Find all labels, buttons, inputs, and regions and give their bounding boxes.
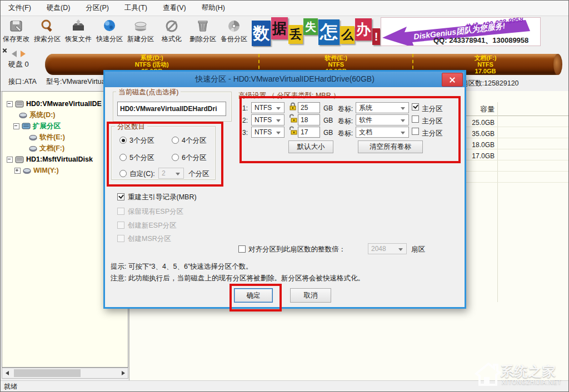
dialog-close-button[interactable] [442,73,463,87]
align-sectors-label[interactable]: 对齐分区到此扇区数的整数倍： [248,245,346,254]
rebuild-mbr-label[interactable]: 重建主引导记录(MBR) [128,193,197,202]
menu-view[interactable]: 查看(V) [155,1,194,16]
scrollbar-thumb[interactable] [14,369,81,377]
partition-icon [19,112,27,118]
volume-caption: 卷标: [338,104,353,114]
collapse-icon[interactable] [7,101,13,107]
scroll-left-arrow-icon[interactable] [2,368,12,378]
next-disk-arrow-icon[interactable] [21,51,26,57]
create-esp-label: 创建新ESP分区 [128,221,177,230]
size-field-1[interactable]: 25 [298,102,320,113]
primary-partition-checkbox-1[interactable] [412,103,419,110]
primary-partition-checkbox-3[interactable] [412,128,419,135]
delete-partition-button[interactable]: 删除分区 [187,16,218,46]
toolbar: 保存更改 搜索分区 恢复文件 快速分区 新建分区 格式化 删除分区 备份分区 [1,16,568,48]
toolbar-label: 备份分区 [221,34,247,44]
radio-6-label[interactable]: 6个分区 [182,153,206,163]
custom-count-select[interactable]: 2 [158,168,184,179]
cancel-button[interactable]: 取消 [290,288,331,303]
watermark-title: 系统之家 [501,363,556,380]
lock-open-icon[interactable] [289,114,298,125]
toolbar-label: 删除分区 [189,34,216,44]
primary-partition-label[interactable]: 主分区 [422,104,443,114]
default-size-button[interactable]: 默认大小 [288,140,333,153]
radio-custom-partitions[interactable] [119,170,127,177]
radio-6-partitions[interactable] [172,154,179,161]
rebuild-mbr-checkbox[interactable] [117,193,124,200]
harddisk-icon [15,100,24,108]
status-text: 就绪 [4,382,17,391]
size-unit: GB [323,104,333,112]
menu-disk[interactable]: 硬盘(D) [39,1,78,16]
primary-partition-label[interactable]: 主分区 [422,129,443,138]
prev-disk-arrow-icon[interactable] [12,51,17,57]
size-field-3[interactable]: 17 [298,127,320,138]
dialog-body: 当前磁盘(点击选择) HD0:VMwareVirtualIDEHardDri 分… [105,87,465,305]
search-partition-button[interactable]: 搜索分区 [32,16,63,46]
volume-caption: 卷标: [338,129,353,138]
banner-qq: QQ: 243378941、130089958 [433,36,528,46]
quick-partition-button[interactable]: 快速分区 [94,16,125,46]
create-msr-label: 创建MSR分区 [128,234,171,244]
fs-type-select-3[interactable]: NTFS [251,127,284,138]
column-divider [497,102,498,302]
ad-tile: 办 [355,18,372,41]
panel-close-icon[interactable] [2,48,7,53]
recover-files-button[interactable]: 恢复文件 [63,16,94,46]
ad-data-loss-tiles: 数 据 丢 失 怎 么 办 ! [252,16,381,47]
primary-partition-checkbox-2[interactable] [412,115,419,123]
tree-horizontal-scrollbar[interactable] [2,368,128,379]
radio-custom-label[interactable]: 自定(C): [129,169,155,179]
ad-tile: 怎 [318,19,340,45]
format-button[interactable]: 格式化 [156,16,187,46]
expand-icon[interactable] [14,168,21,174]
toolbar-label: 恢复文件 [65,34,92,44]
volume-caption: 卷标: [338,117,353,126]
ok-button[interactable]: 确定 [234,288,273,303]
quick-partition-dialog: 快速分区 - HD0:VMwareVirtualIDEHardDrive(60G… [103,70,466,309]
row-index: 2: [242,117,248,124]
toolbar-label: 新建分区 [127,34,154,44]
fs-type-select-1[interactable]: NTFS [251,102,284,113]
menu-file[interactable]: 文件(F) [1,1,39,16]
clear-volume-labels-button[interactable]: 清空所有卷标 [358,140,423,153]
radio-5-label[interactable]: 5个分区 [129,153,154,163]
new-partition-button[interactable]: 新建分区 [125,16,156,46]
ad-tile: 么 [340,26,355,44]
menu-help[interactable]: 帮助(H) [194,1,233,16]
radio-4-label[interactable]: 4个分区 [182,136,206,145]
recover-files-icon [71,19,86,34]
collapse-icon[interactable] [13,123,19,129]
align-sectors-select[interactable]: 2048 [368,243,407,254]
volume-label-select-3[interactable]: 文档 [356,127,409,138]
menu-partition[interactable]: 分区(P) [78,1,117,16]
save-changes-button[interactable]: 保存更改 [1,16,32,46]
fs-type-select-2[interactable]: NTFS [251,114,284,125]
volume-label-select-1[interactable]: 系统 [356,102,409,113]
sectors-count-label: 扇区数:125829120 [461,79,519,88]
lock-closed-icon[interactable] [289,102,297,113]
radio-5-partitions[interactable] [119,154,127,161]
menu-tools[interactable]: 工具(T) [117,1,155,16]
align-sectors-checkbox[interactable] [238,245,246,253]
collapse-icon[interactable] [7,157,13,163]
size-field-2[interactable]: 18 [298,114,320,125]
scroll-right-arrow-icon[interactable] [118,368,128,378]
primary-partition-label[interactable]: 主分区 [422,117,443,126]
radio-3-label[interactable]: 3个分区 [129,136,154,145]
radio-3-partitions[interactable] [119,137,127,144]
keep-esp-label: 保留现有ESP分区 [128,207,183,217]
radio-4-partitions[interactable] [172,137,179,144]
volume-label-select-2[interactable]: 软件 [356,114,409,125]
current-disk-field[interactable]: HD0:VMwareVirtualIDEHardDri [117,102,226,116]
partition-icon [23,168,31,174]
dialog-titlebar[interactable]: 快速分区 - HD0:VMwareVirtualIDEHardDrive(60G… [105,72,465,87]
backup-partition-button[interactable]: 备份分区 [218,16,249,46]
row-index: 3: [242,129,248,137]
new-partition-icon [133,19,148,34]
lock-open-icon[interactable] [289,126,298,137]
xitongzhijia-watermark: 系统之家 XITONGZHIJIA.NET [472,356,566,390]
ad-tile: ! [372,28,380,45]
ad-tile: 数 [252,21,271,46]
delete-partition-icon [196,19,210,34]
